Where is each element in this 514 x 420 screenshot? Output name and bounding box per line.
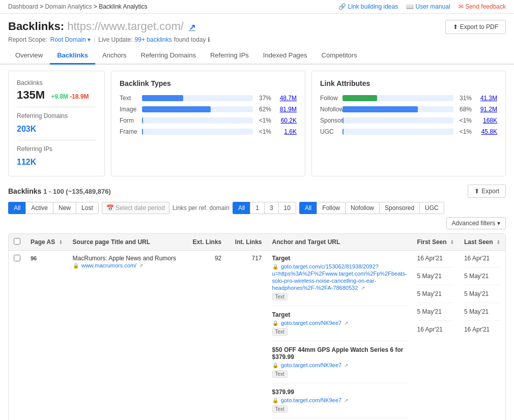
attr-nofollow-button[interactable]: Nofollow [345, 202, 379, 214]
ugc-count-link[interactable]: 45.8K [481, 128, 497, 135]
attr-sponsored-button[interactable]: Sponsored [379, 202, 419, 214]
backlink-types-card: Backlink Types Text 37% 48.7M Image 62% … [111, 71, 305, 176]
breadcrumb-domain-analytics[interactable]: Domain Analytics [45, 3, 92, 10]
col-int-links: Int. Links [226, 234, 267, 251]
nofollow-count-link[interactable]: 91.2M [480, 106, 497, 113]
anchor-entry: Target 🔒 goto.target.com/NK9ee7 ↗ Text [272, 306, 407, 336]
date-period-select[interactable]: 📅 Select date period [102, 202, 169, 214]
backlinks-title-group: Backlinks 1 - 100 (~135,489,876) [8, 187, 111, 195]
link-attributes-title: Link Attributes [320, 79, 497, 87]
bar-row-sponsored: Sponsored <1% 168K [320, 117, 497, 124]
live-update-link[interactable]: 99+ backlinks [135, 36, 172, 43]
col-first-seen[interactable]: First Seen ⬇ [412, 234, 459, 251]
row-checkbox[interactable] [14, 255, 20, 261]
attr-follow-button[interactable]: Follow [317, 202, 345, 214]
last-seen-date: 5 May'21 [464, 285, 500, 297]
anchor-entry: Target 🔒 goto.target.com/c/153062/81938/… [272, 255, 407, 301]
bar-row-text: Text 37% 48.7M [120, 95, 297, 102]
bar-row-form: Form <1% 60.2K [120, 117, 297, 124]
page-url-link[interactable]: www.macrumors.com/ [81, 262, 136, 268]
anchor-type-badge: Text [272, 405, 288, 413]
lock-icon: 🔒 [73, 263, 79, 268]
mail-icon: ✉ [459, 3, 464, 10]
anchor-url-link[interactable]: goto.target.com/c/153062/81938/2092?u=ht… [272, 263, 407, 291]
attr-all-button[interactable]: All [299, 202, 317, 214]
referring-ips-value: 112K [17, 155, 96, 168]
anchor-url-link[interactable]: goto.target.com/NK9ee7 [281, 397, 341, 403]
col-page-as[interactable]: Page AS ⬇ [25, 234, 68, 251]
user-manual-link[interactable]: 📖 User manual [406, 3, 450, 10]
export-button[interactable]: ⬆ Export [468, 185, 506, 198]
anchor-entry: $50 OFF 44mm GPS Apple Watch Series 6 fo… [272, 341, 407, 378]
tab-referring-ips[interactable]: Referring IPs [203, 47, 256, 65]
ext-links-value: 92 [215, 255, 221, 262]
breadcrumb-dashboard[interactable]: Dashboard [8, 3, 38, 10]
tab-anchors[interactable]: Anchors [95, 47, 134, 65]
first-seen-date: 16 Apr'21 [417, 320, 454, 333]
select-all-checkbox[interactable] [14, 238, 20, 245]
tab-overview[interactable]: Overview [8, 47, 50, 65]
export-icon: ⬆ [474, 188, 479, 195]
tab-referring-domains[interactable]: Referring Domains [134, 47, 203, 65]
links-10-button[interactable]: 10 [278, 202, 296, 214]
links-1-button[interactable]: 1 [250, 202, 264, 214]
link-building-ideas-link[interactable]: 🔗 Link building ideas [338, 3, 398, 10]
info-icon: ℹ [208, 36, 210, 43]
anchor-target-text: $50 OFF 44mm GPS Apple Watch Series 6 fo… [272, 346, 407, 361]
last-seen-date: 5 May'21 [464, 267, 500, 280]
form-count-link[interactable]: 60.2K [281, 117, 297, 124]
image-count-link[interactable]: 81.9M [280, 106, 297, 113]
tab-indexed-pages[interactable]: Indexed Pages [256, 47, 315, 65]
backlinks-title: Backlinks 1 - 100 (~135,489,876) [8, 187, 111, 195]
filter-all-button[interactable]: All [8, 202, 25, 214]
referring-domains-link[interactable]: 203K [17, 125, 36, 133]
follow-count-link[interactable]: 41.3M [480, 95, 497, 102]
breadcrumb: Dashboard > Domain Analytics > Backlink … [8, 3, 148, 10]
bar-fill-form [142, 117, 143, 124]
text-count-link[interactable]: 48.7M [280, 95, 297, 102]
export-pdf-button[interactable]: ⬆ Export to PDF [445, 20, 506, 34]
filter-bar: All Active New Lost 📅 Select date period… [8, 202, 506, 229]
advanced-filters-label: Advanced filters [452, 220, 495, 227]
stats-card: Backlinks 135M +9.8M -18.9M Referring Do… [8, 71, 105, 176]
page-header: Backlinks: https://www.target.com/ ↗ ⬆ E… [0, 14, 514, 34]
last-seen-date: 16 Apr'21 [464, 255, 500, 262]
bar-fill-follow [342, 95, 377, 101]
attr-ugc-button[interactable]: UGC [419, 202, 444, 214]
sort-icon-last-seen: ⬇ [496, 239, 500, 245]
backlinks-value: 135M +9.8M -18.9M [17, 88, 96, 102]
external-link-icon: ↗ [361, 285, 365, 291]
chevron-down-icon: ▾ [497, 220, 500, 227]
link-icon: 🔗 [338, 3, 346, 10]
attr-filter-group: All Follow Nofollow Sponsored UGC [299, 202, 444, 214]
filter-new-button[interactable]: New [53, 202, 76, 214]
send-feedback-link[interactable]: ✉ Send feedback [459, 3, 506, 10]
referring-ips-link[interactable]: 112K [17, 158, 36, 166]
bar-fill-frame [142, 129, 143, 135]
link-attributes-card: Link Attributes Follow 31% 41.3M Nofollo… [311, 71, 506, 176]
backlinks-label: Backlinks [17, 79, 96, 86]
root-domain-select[interactable]: Root Domain ▾ [50, 36, 91, 43]
col-last-seen[interactable]: Last Seen ⬇ [459, 234, 505, 251]
backlink-types-title: Backlink Types [120, 79, 297, 87]
tab-competitors[interactable]: Competitors [315, 47, 364, 65]
anchor-url-link[interactable]: goto.target.com/NK9ee7 [281, 320, 341, 326]
sponsored-count-link[interactable]: 168K [483, 117, 497, 124]
anchor-target-text: $379.99 [272, 388, 407, 396]
links-3-button[interactable]: 3 [264, 202, 278, 214]
report-scope: Report Scope: Root Domain ▾ | Live Updat… [0, 34, 514, 47]
page-url-external-link[interactable]: ↗ [189, 23, 195, 32]
tab-backlinks[interactable]: Backlinks [50, 47, 95, 65]
page-score: 96 [31, 255, 37, 261]
filter-active-button[interactable]: Active [25, 202, 53, 214]
advanced-filters-button[interactable]: Advanced filters ▾ [446, 217, 506, 229]
frame-count-link[interactable]: 1.6K [284, 128, 297, 135]
filter-lost-button[interactable]: Lost [76, 202, 99, 214]
external-link-icon: ↗ [139, 263, 143, 268]
anchor-entry: Target 🔒 goto.target.com/vnNqEA ↗ Text [272, 418, 407, 420]
anchor-url-link[interactable]: goto.target.com/NK9ee7 [281, 362, 341, 368]
links-all-button[interactable]: All [233, 202, 250, 214]
anchor-entry: $379.99 🔒 goto.target.com/NK9ee7 ↗ Text [272, 383, 407, 413]
first-seen-date: 16 Apr'21 [417, 255, 454, 262]
bar-fill-ugc [342, 129, 344, 135]
